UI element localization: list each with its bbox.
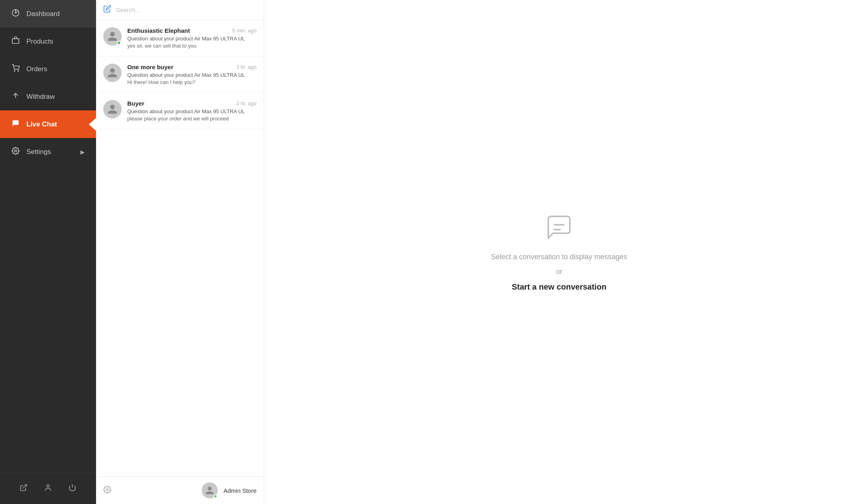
dashboard-icon [11, 9, 20, 19]
convo-subject-3: Question about your product Air Max 95 U… [127, 108, 257, 114]
convo-preview-2: Hi there! How can I help you? [127, 79, 257, 85]
empty-text-line1: Select a conversation to display message… [491, 253, 627, 261]
sidebar-item-products[interactable]: Products [0, 28, 96, 55]
settings-arrow-icon: ▶ [80, 149, 85, 155]
conversation-item[interactable]: One more buyer 3 hr. ago Question about … [96, 56, 264, 93]
convo-content-3: Buyer 3 hr. ago Question about your prod… [127, 100, 257, 122]
power-icon[interactable] [66, 481, 79, 496]
compose-icon[interactable] [103, 5, 111, 15]
svg-point-5 [15, 150, 17, 152]
user-icon[interactable] [42, 481, 54, 496]
livechat-icon [11, 119, 20, 129]
sidebar-item-dashboard[interactable]: Dashboard [0, 0, 96, 28]
orders-icon [11, 64, 20, 74]
avatar-wrap-1 [103, 27, 122, 46]
convo-content-2: One more buyer 3 hr. ago Question about … [127, 64, 257, 85]
chat-footer: Admin Store [96, 476, 264, 504]
withdraw-icon [11, 92, 20, 102]
svg-point-4 [18, 71, 19, 72]
sidebar-item-livechat[interactable]: Live Chat [0, 110, 96, 138]
svg-point-12 [106, 488, 108, 490]
main-area: Enthusiastic Elephant 5 min. ago Questio… [96, 0, 854, 504]
convo-subject-2: Question about your product Air Max 95 U… [127, 72, 257, 78]
empty-text-or: or [556, 268, 562, 276]
avatar-wrap-3 [103, 100, 122, 118]
empty-text-line2: Start a new conversation [512, 282, 607, 292]
settings-left: Settings [11, 147, 51, 157]
avatar-wrap-2 [103, 64, 122, 82]
sidebar-item-label-products: Products [26, 38, 53, 46]
sidebar-item-label-dashboard: Dashboard [26, 10, 60, 18]
chat-list: Enthusiastic Elephant 5 min. ago Questio… [96, 0, 264, 504]
convo-content-1: Enthusiastic Elephant 5 min. ago Questio… [127, 27, 257, 49]
convo-top-1: Enthusiastic Elephant 5 min. ago [127, 27, 257, 34]
convo-name-1: Enthusiastic Elephant [127, 27, 190, 34]
chat-panel: Enthusiastic Elephant 5 min. ago Questio… [96, 0, 854, 504]
sidebar-item-label-orders: Orders [26, 65, 47, 73]
online-indicator-1 [117, 41, 121, 45]
chat-main-empty: Select a conversation to display message… [264, 0, 854, 504]
search-input[interactable] [116, 6, 257, 13]
convo-name-2: One more buyer [127, 64, 173, 70]
svg-point-3 [14, 71, 15, 72]
sidebar-nav: Dashboard Products Orders [0, 0, 96, 473]
conversation-item[interactable]: Enthusiastic Elephant 5 min. ago Questio… [96, 20, 264, 56]
products-icon [11, 36, 20, 46]
svg-rect-2 [12, 39, 19, 44]
external-link-icon[interactable] [17, 481, 30, 496]
svg-line-6 [23, 485, 26, 488]
sidebar-bottom [0, 473, 96, 504]
avatar-2 [103, 64, 122, 82]
conversation-list: Enthusiastic Elephant 5 min. ago Questio… [96, 20, 264, 476]
sidebar-item-withdraw[interactable]: Withdraw [0, 83, 96, 110]
footer-avatar [202, 482, 218, 498]
sidebar-item-label-livechat: Live Chat [26, 120, 57, 128]
footer-online-dot [214, 494, 217, 498]
settings-icon [11, 147, 20, 157]
footer-settings-icon[interactable] [103, 486, 111, 496]
convo-preview-3: please place your order and we will proc… [127, 116, 257, 122]
sidebar-item-label-withdraw: Withdraw [26, 93, 55, 101]
convo-subject-1: Question about your product Air Max 95 U… [127, 36, 257, 42]
avatar-3 [103, 100, 122, 118]
sidebar-item-orders[interactable]: Orders [0, 55, 96, 83]
convo-time-1: 5 min. ago [232, 28, 257, 34]
convo-time-3: 3 hr. ago [236, 100, 257, 106]
conversation-item[interactable]: Buyer 3 hr. ago Question about your prod… [96, 93, 264, 129]
convo-name-3: Buyer [127, 100, 144, 107]
svg-point-1 [15, 12, 16, 13]
svg-point-7 [47, 485, 50, 488]
sidebar-item-label-settings: Settings [26, 148, 51, 156]
chat-header [96, 0, 264, 20]
sidebar: Dashboard Products Orders [0, 0, 96, 504]
footer-admin-name: Admin Store [223, 487, 257, 494]
convo-top-2: One more buyer 3 hr. ago [127, 64, 257, 70]
convo-top-3: Buyer 3 hr. ago [127, 100, 257, 107]
empty-chat-icon [545, 213, 573, 243]
sidebar-item-settings[interactable]: Settings ▶ [0, 138, 96, 166]
convo-time-2: 3 hr. ago [236, 64, 257, 70]
convo-preview-1: yes sir, we can sell that to you [127, 43, 257, 49]
